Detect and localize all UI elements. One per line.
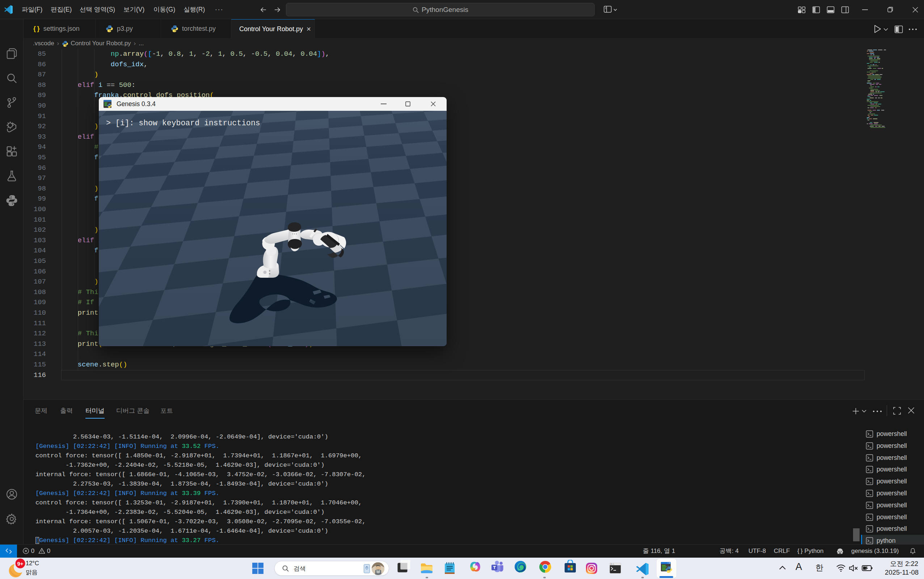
svg-text:9+: 9+: [17, 561, 23, 567]
svg-text:C:\: C:\: [611, 563, 614, 566]
